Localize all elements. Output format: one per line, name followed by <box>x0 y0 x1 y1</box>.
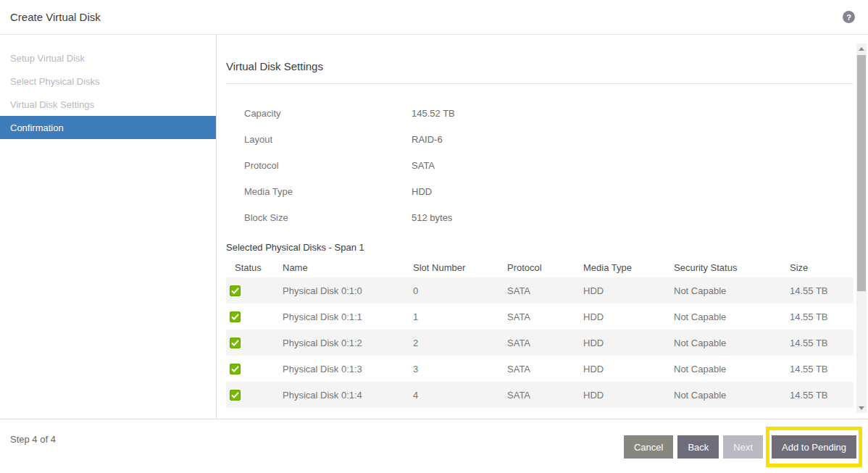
confirmation-panel: Virtual Disk Settings Capacity 145.52 TB… <box>226 35 854 419</box>
setting-row: Layout RAID-6 <box>226 126 854 152</box>
cell-media-type: HDD <box>583 390 674 401</box>
divider <box>226 83 854 84</box>
column-header-slot-number: Slot Number <box>413 262 507 273</box>
cell-slot-number: 1 <box>413 311 507 322</box>
column-header-size: Size <box>790 262 854 273</box>
setting-label: Block Size <box>226 212 412 223</box>
cell-media-type: HDD <box>583 364 674 374</box>
cell-name: Physical Disk 0:1:2 <box>283 338 413 348</box>
scrollbar-thumb[interactable] <box>857 55 866 291</box>
table-row: Physical Disk 0:1:2 2 SATA HDD Not Capab… <box>226 330 854 356</box>
cell-media-type: HDD <box>583 338 674 348</box>
step-label: Virtual Disk Settings <box>10 99 94 110</box>
checkbox-checked-icon[interactable] <box>230 338 241 348</box>
cell-protocol: SATA <box>507 311 583 322</box>
cell-slot-number: 3 <box>413 364 507 374</box>
back-button[interactable]: Back <box>677 435 719 459</box>
setting-label: Layout <box>226 134 412 145</box>
sidebar-item-setup-virtual-disk[interactable]: Setup Virtual Disk <box>0 46 216 70</box>
column-header-protocol: Protocol <box>507 262 583 273</box>
highlight-annotation: Add to Pending <box>766 427 862 467</box>
column-header-media-type: Media Type <box>583 262 674 273</box>
cell-size: 14.55 TB <box>790 285 854 296</box>
table-title: Selected Physical Disks - Span 1 <box>226 242 854 253</box>
setting-label: Capacity <box>226 108 412 119</box>
table-row: Physical Disk 0:1:0 0 SATA HDD Not Capab… <box>226 277 854 304</box>
page-title: Create Virtual Disk <box>10 11 101 23</box>
step-label: Confirmation <box>10 122 64 133</box>
cell-protocol: SATA <box>507 338 583 348</box>
setting-value: 512 bytes <box>412 212 452 223</box>
cell-slot-number: 4 <box>413 390 507 401</box>
setting-row: Media Type HDD <box>226 178 854 204</box>
cell-slot-number: 2 <box>413 338 507 348</box>
cell-security-status: Not Capable <box>674 390 790 401</box>
selected-physical-disks-table: Status Name Slot Number Protocol Media T… <box>226 257 854 408</box>
checkbox-checked-icon[interactable] <box>230 311 241 322</box>
table-header-row: Status Name Slot Number Protocol Media T… <box>226 257 854 277</box>
cell-slot-number: 0 <box>413 285 507 296</box>
setting-label: Protocol <box>226 160 412 171</box>
cell-protocol: SATA <box>507 390 583 401</box>
cell-security-status: Not Capable <box>674 285 790 296</box>
vertical-scrollbar[interactable] <box>856 43 867 413</box>
cell-protocol: SATA <box>507 285 583 296</box>
cell-size: 14.55 TB <box>790 390 854 401</box>
table-row: Physical Disk 0:1:1 1 SATA HDD Not Capab… <box>226 304 854 330</box>
cell-name: Physical Disk 0:1:0 <box>283 285 413 296</box>
column-header-name: Name <box>283 262 413 273</box>
footer-buttons: Cancel Back Next Add to Pending <box>624 427 862 467</box>
table-row: Physical Disk 0:1:3 3 SATA HDD Not Capab… <box>226 356 854 382</box>
sidebar-item-confirmation[interactable]: Confirmation <box>0 116 216 139</box>
scroll-up-arrow-icon[interactable] <box>856 43 867 54</box>
wizard-steps-sidebar: Setup Virtual Disk Select Physical Disks… <box>0 35 217 419</box>
setting-value: HDD <box>412 186 432 197</box>
checkbox-checked-icon[interactable] <box>230 364 241 374</box>
section-heading: Virtual Disk Settings <box>226 60 854 72</box>
column-header-security-status: Security Status <box>674 262 790 273</box>
add-to-pending-button[interactable]: Add to Pending <box>772 435 856 459</box>
cell-media-type: HDD <box>583 285 674 296</box>
sidebar-item-select-physical-disks[interactable]: Select Physical Disks <box>0 70 216 93</box>
setting-label: Media Type <box>226 186 412 197</box>
table-row: Physical Disk 0:1:4 4 SATA HDD Not Capab… <box>226 382 854 408</box>
cell-security-status: Not Capable <box>674 364 790 374</box>
page-header: Create Virtual Disk ? <box>0 0 868 35</box>
setting-value: SATA <box>412 160 435 171</box>
cell-size: 14.55 TB <box>790 364 854 374</box>
step-label: Setup Virtual Disk <box>10 53 85 64</box>
setting-value: 145.52 TB <box>412 108 455 119</box>
cell-name: Physical Disk 0:1:1 <box>283 311 413 322</box>
scroll-down-arrow-icon[interactable] <box>856 403 867 413</box>
cell-size: 14.55 TB <box>790 338 854 348</box>
column-header-status: Status <box>226 262 283 273</box>
setting-row: Protocol SATA <box>226 152 854 178</box>
setting-row: Block Size 512 bytes <box>226 204 854 230</box>
wizard-footer: Step 4 of 4 Cancel Back Next Add to Pend… <box>0 419 868 473</box>
help-icon[interactable]: ? <box>843 11 855 23</box>
cell-size: 14.55 TB <box>790 311 854 322</box>
setting-value: RAID-6 <box>412 134 443 145</box>
cancel-button[interactable]: Cancel <box>624 435 673 459</box>
cell-protocol: SATA <box>507 364 583 374</box>
cell-name: Physical Disk 0:1:4 <box>283 390 413 401</box>
virtual-disk-settings-summary: Capacity 145.52 TB Layout RAID-6 Protoco… <box>226 100 854 230</box>
step-indicator: Step 4 of 4 <box>10 434 56 445</box>
checkbox-checked-icon[interactable] <box>230 285 241 296</box>
sidebar-item-virtual-disk-settings[interactable]: Virtual Disk Settings <box>0 93 216 116</box>
step-label: Select Physical Disks <box>10 76 100 87</box>
cell-name: Physical Disk 0:1:3 <box>283 364 413 374</box>
setting-row: Capacity 145.52 TB <box>226 100 854 126</box>
cell-security-status: Not Capable <box>674 338 790 348</box>
checkbox-checked-icon[interactable] <box>230 390 241 401</box>
cell-security-status: Not Capable <box>674 311 790 322</box>
next-button[interactable]: Next <box>723 435 763 459</box>
cell-media-type: HDD <box>583 311 674 322</box>
